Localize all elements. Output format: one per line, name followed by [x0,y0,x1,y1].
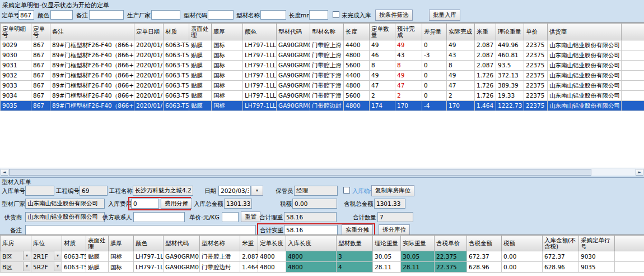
column-header[interactable]: 供货商 [548,24,622,40]
dropdown-arrow-icon[interactable]: ▾ [54,251,61,260]
column-header[interactable]: 颜色 [134,236,164,251]
cell: 门带腔上滑 [200,251,240,262]
profile-code-input[interactable] [208,10,234,20]
column-header[interactable] [615,236,644,251]
table-row[interactable]: 903186789#门框型材F26-F40（866+867）2020/01/13… [1,61,644,71]
fee-input[interactable] [131,199,159,209]
table-row[interactable]: 902986789#门框型材F26-F40（866+867）2020/01/13… [1,40,644,50]
column-header[interactable] [622,24,644,40]
column-header[interactable]: 米重 [475,24,496,40]
order-no-input[interactable] [18,10,34,20]
unfinished-checkbox[interactable] [333,11,339,18]
table-row[interactable]: 903586789#门框型材F26-F40（866+867）2020/01/13… [1,101,644,111]
column-header[interactable]: 定单数量 [370,24,395,40]
dropdown-arrow-icon[interactable]: ▾ [54,262,61,271]
column-header[interactable]: 定单号 [31,24,50,40]
column-header[interactable]: 颜色 [243,24,277,40]
date-input[interactable] [218,186,251,196]
filter-button[interactable]: 按条件筛选 [375,10,413,21]
column-header[interactable]: 差异量 [422,24,447,40]
column-header[interactable]: 税额 [502,236,543,251]
column-header[interactable]: 型材名称 [310,24,344,40]
factory-input[interactable] [25,199,105,209]
column-header[interactable]: 型材数量 [337,236,373,251]
column-header[interactable]: 膜厚 [212,24,243,40]
dropdown-arrow-icon[interactable]: ▾ [23,251,30,260]
column-header[interactable]: 定单日期 [134,24,164,40]
keeper-input[interactable] [294,186,338,196]
actual-weight-input[interactable] [284,225,338,235]
column-header[interactable]: 型材代码 [164,236,200,251]
theory-weight-input[interactable] [284,212,337,222]
total-qty-input[interactable] [377,212,413,222]
column-header[interactable]: 实际重量 [401,236,435,251]
batch-inbound-button[interactable]: 批量入库 [429,10,460,21]
column-header[interactable]: 库位 [31,236,62,251]
column-header[interactable]: 预计完成 [395,24,422,40]
unit-price-input[interactable] [222,212,239,222]
table-row[interactable]: B区▾2R1F▾6063-T5贴膜国标LH797-1LL0GA90GRM03门带… [1,251,644,262]
manufacturer-input[interactable] [151,10,180,20]
project-no-input[interactable] [80,186,108,196]
receipt-no-input[interactable] [25,186,54,196]
cell: 2.087 [240,251,258,262]
inbound-confirm-checkbox[interactable] [343,187,350,194]
cell: 山东南山铝业股份有限公司 [548,40,622,50]
scroll-right-icon[interactable]: ► [636,169,643,176]
column-header[interactable]: 含税单价 [435,236,467,251]
column-header[interactable]: 含税金额 [467,236,502,251]
date-dropdown-icon[interactable]: ▼ [251,186,263,196]
scrollbar-thumb[interactable] [9,169,591,176]
column-header[interactable]: 型材代码 [277,24,310,40]
total-amount-input[interactable] [224,199,252,209]
project-name-input[interactable] [133,186,193,196]
column-header[interactable]: 型材名称 [200,236,240,251]
column-header[interactable]: 定单长度 [258,236,286,251]
color-label: 颜色 [38,12,49,20]
column-header[interactable]: 表面处理 [86,236,109,251]
table-row[interactable]: 903286789#门框型材F26-F40（866+867）2020/01/13… [1,71,644,81]
column-header[interactable]: 材质 [62,236,86,251]
receipt-no-label: 入库单号 [2,187,25,195]
supplier-input[interactable] [25,212,105,222]
dropdown-arrow-icon[interactable]: ▾ [23,262,30,271]
column-header[interactable]: 米重 [240,236,258,251]
column-header[interactable]: 膜厚 [109,236,134,251]
fee-allocate-button[interactable]: 费用分摊 [161,198,192,209]
tax-total-input[interactable] [374,199,405,209]
cell: 2.087 [475,50,496,61]
column-header[interactable]: 入库金额(不含税) [543,236,579,251]
column-header[interactable]: 库房 [1,236,31,251]
cell: 6063-T5 [164,61,189,71]
table-row[interactable]: 903086789#门框型材F26-F40（866+867）2020/01/13… [1,50,644,61]
column-header[interactable]: 表面处理 [189,24,212,40]
copy-location-button[interactable]: 复制库房库位 [371,185,414,196]
column-header[interactable]: 定单明细号 [1,24,31,40]
weight-allocate-button[interactable]: 实重分摊 [342,224,373,235]
horizontal-scrollbar[interactable]: ◄ ► [0,168,644,176]
table-row[interactable]: B区▾5R2F▾6063-T5贴膜国标LH797-1LL0GA90GRM05门带… [1,262,644,273]
column-header[interactable]: 单价 [524,24,548,40]
tax-input[interactable] [292,199,337,209]
split-location-button[interactable]: 拆分库位 [379,224,410,235]
column-header[interactable]: 采购定单行号 [579,236,615,251]
color-input[interactable] [50,10,73,20]
contact-input[interactable] [133,212,185,222]
scroll-left-icon[interactable]: ◄ [1,169,8,176]
note-input[interactable] [25,225,256,235]
column-header[interactable]: 长度 [344,24,370,40]
column-header[interactable]: 材质 [164,24,189,40]
column-header[interactable]: 备注 [50,24,134,40]
cell: 山东南山铝业股份有限公司 [548,50,622,61]
column-header[interactable]: 实际完成 [447,24,475,40]
reset-button[interactable]: 重置 [241,211,260,222]
cell: 6063-T5 [164,50,189,61]
column-header[interactable]: 理论重量 [496,24,524,40]
remark-input[interactable] [89,10,124,20]
profile-name-input[interactable] [260,10,286,20]
column-header[interactable]: 入库长度 [286,236,337,251]
length-input[interactable] [309,10,328,20]
table-row[interactable]: 903386789#门框型材F26-F40（866+867）2020/01/13… [1,81,644,91]
column-header[interactable]: 理论重量 [373,236,401,251]
table-row[interactable]: 903486789#门框型材F26-F40（866+867）2020/01/13… [1,91,644,101]
